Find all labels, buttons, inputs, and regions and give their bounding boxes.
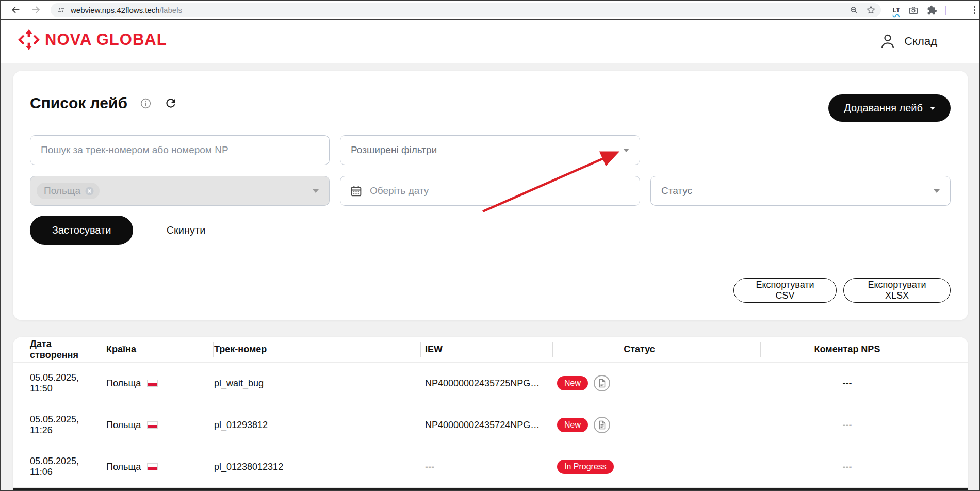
reset-filters-button[interactable]: Скинути: [151, 216, 221, 245]
user-account-icon[interactable]: [878, 32, 897, 51]
add-label-button[interactable]: Додавання лейб: [828, 94, 951, 122]
country-select-disabled: Польща: [30, 176, 330, 206]
brand-name: NOVA GLOBAL: [45, 30, 167, 49]
cell-country-label: Польща: [106, 420, 141, 431]
extensions-puzzle-icon[interactable]: [927, 5, 937, 15]
export-csv-button[interactable]: Експортувати CSV: [733, 278, 837, 303]
header-country: Країна: [94, 344, 196, 355]
status-badge: New: [557, 418, 588, 432]
cell-country-label: Польща: [106, 378, 141, 389]
browser-forward-icon[interactable]: [29, 3, 43, 17]
cell-comment: ---: [743, 378, 951, 389]
site-info-icon[interactable]: [57, 6, 66, 14]
cell-iew: NP40000002435724NPG…: [403, 420, 535, 431]
poland-flag-icon: [147, 421, 158, 429]
divider: [30, 264, 951, 264]
table-row: 05.05.2025, 11:50 Польща pl_wait_bug NP4…: [13, 363, 968, 404]
browser-address-bar[interactable]: webview.nps.42flows.tech/labels: [51, 3, 881, 17]
advanced-filters-dropdown[interactable]: Розширені фільтри: [340, 135, 640, 165]
refresh-icon[interactable]: [164, 96, 177, 110]
table-row: 05.05.2025, 11:26 Польща pl_01293812 NP4…: [13, 404, 968, 446]
chevron-down-icon: [623, 149, 629, 152]
info-icon[interactable]: [140, 97, 152, 109]
screenshot-extension-icon[interactable]: [908, 5, 919, 15]
cell-comment: ---: [743, 420, 951, 431]
labels-table: Дата створення Країна Трек-номер IEW Ста…: [13, 337, 968, 491]
status-placeholder: Статус: [651, 185, 934, 197]
cell-track: pl_01293812: [196, 420, 403, 431]
header-date: Дата створення: [13, 339, 94, 361]
date-placeholder: Оберіть дату: [370, 185, 429, 197]
brand-logo[interactable]: NOVA GLOBAL: [18, 29, 167, 51]
status-select[interactable]: Статус: [650, 176, 951, 206]
cell-track: pl_wait_bug: [196, 378, 403, 389]
browser-back-icon[interactable]: [9, 3, 22, 17]
advanced-filters-label: Розширені фільтри: [340, 144, 623, 156]
document-icon[interactable]: [593, 416, 611, 434]
zoom-icon[interactable]: [850, 6, 859, 15]
status-badge: In Progress: [557, 460, 614, 474]
table-body: 05.05.2025, 11:50 Польща pl_wait_bug NP4…: [13, 363, 968, 488]
chip-close-icon: [85, 186, 94, 196]
header-iew: IEW: [403, 344, 535, 355]
cell-iew: ---: [403, 462, 535, 472]
header-status: Статус: [535, 344, 743, 355]
cell-date: 05.05.2025, 11:06: [13, 456, 94, 478]
header-comment: Коментар NPS: [743, 344, 951, 355]
poland-flag-icon: [147, 463, 158, 470]
date-picker-input[interactable]: Оберіть дату: [340, 176, 640, 206]
site-header: NOVA GLOBAL Склад: [1, 20, 979, 63]
nova-global-logo-icon: [18, 29, 40, 51]
calendar-icon: [350, 185, 363, 198]
table-row: 05.05.2025, 11:06 Польща pl_01238012312 …: [13, 446, 968, 488]
user-role-label: Склад: [904, 35, 937, 48]
chevron-down-icon: [934, 189, 940, 193]
cell-country-label: Польща: [106, 462, 141, 472]
search-input-wrap: [30, 135, 330, 165]
cell-date: 05.05.2025, 11:26: [13, 414, 94, 436]
screen: webview.nps.42flows.tech/labels LT: [0, 0, 980, 491]
country-chip: Польща: [37, 183, 100, 199]
status-badge: New: [557, 376, 588, 390]
poland-flag-icon: [147, 380, 158, 387]
cell-comment: ---: [743, 462, 951, 472]
export-xlsx-button[interactable]: Експортувати XLSX: [843, 278, 951, 303]
languagetool-extension-icon[interactable]: LT: [893, 7, 900, 14]
page-title: Список лейб: [30, 94, 127, 112]
cell-date: 05.05.2025, 11:50: [13, 372, 94, 394]
cutoff-dark-bar: [13, 488, 968, 491]
url-text: webview.nps.42flows.tech/labels: [71, 6, 182, 14]
cell-iew: NP40000002435725NPG…: [403, 378, 535, 389]
toolbar-separator: [945, 6, 946, 15]
apply-filters-button[interactable]: Застосувати: [30, 216, 133, 245]
header-track: Трек-номер: [196, 344, 403, 355]
filters-panel: Список лейб Додавання лейб Розширені філ…: [13, 71, 968, 320]
table-header-row: Дата створення Країна Трек-номер IEW Ста…: [13, 337, 968, 363]
bookmark-star-icon[interactable]: [866, 5, 876, 15]
language-flag-poland[interactable]: [944, 37, 960, 46]
cell-track: pl_01238012312: [196, 462, 403, 472]
document-icon[interactable]: [593, 374, 611, 392]
profile-avatar[interactable]: [954, 5, 966, 16]
search-input[interactable]: [30, 136, 329, 165]
browser-bar: webview.nps.42flows.tech/labels LT: [1, 1, 979, 20]
browser-menu-icon[interactable]: [974, 6, 976, 14]
chevron-down-icon: [313, 189, 319, 193]
chevron-down-icon: [930, 107, 935, 110]
